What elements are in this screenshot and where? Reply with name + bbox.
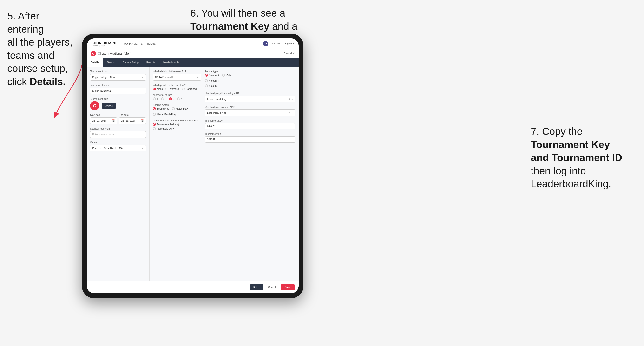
teams-radio[interactable] bbox=[153, 123, 156, 126]
tournament-logo-label: Tournament logo bbox=[90, 98, 146, 100]
delete-button[interactable]: Delete bbox=[250, 284, 264, 290]
logo-area: C Upload bbox=[90, 101, 146, 110]
tournament-logo-group: Tournament logo C Upload bbox=[90, 98, 146, 110]
gender-label: Which gender is the event for? bbox=[153, 84, 201, 87]
end-date-input[interactable]: Jan 23, 2024 📅 bbox=[119, 117, 146, 124]
end-date-group: End date Jan 23, 2024 📅 bbox=[119, 114, 146, 124]
scoring-group: Scoring system Stroke Play Match Play bbox=[153, 104, 201, 116]
round-4-radio[interactable] bbox=[177, 97, 180, 100]
api1-clear[interactable]: ✕ bbox=[288, 98, 290, 100]
format-6count4[interactable]: 6 count 4 bbox=[205, 79, 219, 82]
gender-group: Which gender is the event for? Mens Wome… bbox=[153, 84, 201, 90]
api2-caret[interactable]: ⌄ bbox=[291, 112, 293, 114]
division-group: Which division is the event for? NCAA Di… bbox=[153, 70, 201, 81]
brand-sub: Powered by clippd bbox=[92, 45, 116, 46]
scoring-medal[interactable]: Medal Match Play bbox=[153, 113, 176, 116]
division-caret: ⌄ bbox=[197, 76, 199, 78]
format-options-3: 6 count 5 bbox=[205, 84, 295, 89]
format-group: Format type 5 count 4 Other bbox=[205, 70, 295, 89]
gender-combined[interactable]: Combined bbox=[182, 88, 197, 90]
tournament-key-field[interactable]: b4f6b7 bbox=[205, 123, 295, 129]
api1-group: Use third-party live scoring API? Leader… bbox=[205, 92, 295, 102]
tab-leaderboards[interactable]: Leaderboards bbox=[159, 58, 183, 67]
tablet: SCOREBOARD Powered by clippd TOURNAMENTS… bbox=[82, 34, 304, 298]
tab-details[interactable]: Details bbox=[87, 58, 103, 67]
gender-radio-group: Mens Womens Combined bbox=[153, 88, 201, 90]
tournament-title: Clippd Invitational (Men) bbox=[98, 52, 132, 55]
brand-name: SCOREBOARD bbox=[92, 41, 116, 45]
scoring-stroke[interactable]: Stroke Play bbox=[153, 107, 169, 110]
teams-group: Is this event for Teams and/or Individua… bbox=[153, 119, 201, 130]
format-6count5[interactable]: 6 count 5 bbox=[205, 84, 219, 87]
nav-tournaments[interactable]: TOURNAMENTS bbox=[122, 42, 143, 46]
tab-course-setup[interactable]: Course Setup bbox=[118, 58, 142, 67]
start-date-group: Start date Jan 21, 2024 📅 bbox=[90, 114, 117, 124]
start-date-input[interactable]: Jan 21, 2024 📅 bbox=[90, 117, 117, 124]
tab-teams[interactable]: Teams bbox=[103, 58, 118, 67]
format-5count4-radio[interactable] bbox=[205, 74, 208, 77]
end-cal-icon: 📅 bbox=[140, 119, 144, 122]
format-other[interactable]: Other bbox=[222, 74, 232, 77]
api2-dropdown[interactable]: Leaderboard King ✕ ⌄ bbox=[205, 109, 295, 116]
upload-button[interactable]: Upload bbox=[102, 103, 116, 109]
tab-results[interactable]: Results bbox=[142, 58, 159, 67]
format-options-2: 6 count 4 bbox=[205, 79, 295, 83]
match-play-radio[interactable] bbox=[172, 107, 175, 110]
bottom-cancel-button[interactable]: Cancel bbox=[266, 284, 279, 290]
tournament-name-label: Tournament name bbox=[90, 84, 146, 87]
stroke-play-radio[interactable] bbox=[153, 107, 156, 110]
gender-womens-radio[interactable] bbox=[166, 88, 168, 90]
api2-label: Use third-party scoring API? bbox=[205, 106, 295, 108]
tournament-host-label: Tournament Host bbox=[90, 70, 146, 73]
format-label: Format type bbox=[205, 70, 295, 73]
date-group: Start date Jan 21, 2024 📅 End date Jan 2… bbox=[90, 114, 146, 124]
api1-dropdown[interactable]: Leaderboard King ✕ ⌄ bbox=[205, 96, 295, 102]
venue-caret: ⌄ bbox=[142, 147, 144, 149]
tournament-name-input[interactable]: Clippd Invitational bbox=[90, 88, 146, 94]
rounds-radio-group: 1 2 3 bbox=[153, 97, 201, 100]
round-3[interactable]: 3 bbox=[169, 97, 174, 100]
format-6count4-radio[interactable] bbox=[205, 79, 208, 82]
format-6count5-radio[interactable] bbox=[205, 84, 208, 87]
round-2[interactable]: 2 bbox=[161, 97, 166, 100]
teams-radio-group: Teams (+Individuals) Individuals Only bbox=[153, 123, 201, 130]
round-4[interactable]: 4 bbox=[177, 97, 182, 100]
venue-input[interactable]: Peachtree GC - Atlanta - GA ⌄ bbox=[90, 145, 146, 152]
gender-mens-radio[interactable] bbox=[153, 88, 156, 90]
division-input[interactable]: NCAA Division III ⌄ bbox=[153, 74, 201, 81]
api2-clear[interactable]: ✕ bbox=[288, 112, 290, 114]
annotation-right: 7. Copy the Tournament Key and Tournamen… bbox=[531, 125, 637, 191]
teams-plus-individuals[interactable]: Teams (+Individuals) bbox=[153, 123, 179, 126]
tournament-id-field[interactable]: 302051 bbox=[205, 136, 295, 143]
app-header: SCOREBOARD Powered by clippd TOURNAMENTS… bbox=[87, 38, 299, 49]
format-5count4[interactable]: 5 count 4 bbox=[205, 74, 219, 77]
individuals-only[interactable]: Individuals Only bbox=[153, 127, 174, 130]
gender-combined-radio[interactable] bbox=[182, 88, 185, 90]
right-panel: Which division is the event for? NCAA Di… bbox=[149, 67, 299, 281]
format-other-radio[interactable] bbox=[222, 74, 225, 77]
nav-teams[interactable]: TEAMS bbox=[147, 42, 156, 46]
scoring-radio-group: Stroke Play Match Play Medal Match Play bbox=[153, 107, 201, 116]
round-1[interactable]: 1 bbox=[153, 97, 158, 100]
cancel-tournament-btn[interactable]: Cancel ✕ bbox=[284, 52, 295, 55]
individuals-radio[interactable] bbox=[153, 127, 156, 130]
api1-label: Use third-party live scoring API? bbox=[205, 92, 295, 95]
logo-preview: C bbox=[90, 101, 99, 110]
api1-caret[interactable]: ⌄ bbox=[291, 98, 293, 100]
save-button[interactable]: Save bbox=[280, 284, 295, 290]
round-1-radio[interactable] bbox=[153, 97, 156, 100]
round-2-radio[interactable] bbox=[161, 97, 164, 100]
medal-match-radio[interactable] bbox=[153, 113, 156, 116]
gender-mens[interactable]: Mens bbox=[153, 88, 162, 90]
round-3-radio[interactable] bbox=[169, 97, 172, 100]
start-cal-icon: 📅 bbox=[112, 119, 115, 122]
signout-link[interactable]: Sign out bbox=[285, 42, 294, 45]
tablet-screen: SCOREBOARD Powered by clippd TOURNAMENTS… bbox=[87, 38, 299, 293]
scoring-match[interactable]: Match Play bbox=[172, 107, 188, 110]
tournament-host-input[interactable]: Clippd College - Men ⌄ bbox=[90, 74, 146, 81]
sponsor-input[interactable]: Enter sponsor name bbox=[90, 131, 146, 138]
tournament-id-label: Tournament ID bbox=[205, 133, 295, 135]
tournament-name-group: Tournament name Clippd Invitational bbox=[90, 84, 146, 94]
bottom-bar: Delete Cancel Save bbox=[87, 281, 299, 293]
gender-womens[interactable]: Womens bbox=[166, 88, 179, 90]
